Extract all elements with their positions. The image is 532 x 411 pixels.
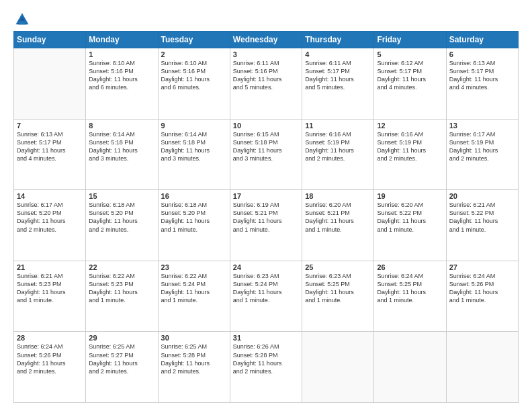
day-number: 28 [17,334,83,342]
col-header-friday: Friday [374,32,446,48]
day-number: 27 [449,263,515,271]
calendar-cell [374,332,446,403]
cell-info: Sunrise: 6:14 AM Sunset: 5:18 PM Dayligh… [161,130,227,163]
day-number: 8 [89,122,154,130]
calendar-cell: 8Sunrise: 6:14 AM Sunset: 5:18 PM Daylig… [86,119,158,190]
calendar-cell: 2Sunrise: 6:10 AM Sunset: 5:16 PM Daylig… [158,48,230,120]
col-header-tuesday: Tuesday [158,32,230,48]
calendar-cell: 24Sunrise: 6:23 AM Sunset: 5:24 PM Dayli… [230,261,302,332]
week-row-1: 1Sunrise: 6:10 AM Sunset: 5:16 PM Daylig… [14,48,519,120]
calendar-cell: 15Sunrise: 6:18 AM Sunset: 5:20 PM Dayli… [86,190,158,261]
calendar-cell: 10Sunrise: 6:15 AM Sunset: 5:18 PM Dayli… [230,119,302,190]
calendar-cell: 27Sunrise: 6:24 AM Sunset: 5:26 PM Dayli… [446,261,518,332]
day-number: 13 [449,122,515,130]
calendar-cell: 6Sunrise: 6:13 AM Sunset: 5:17 PM Daylig… [446,48,518,120]
cell-info: Sunrise: 6:21 AM Sunset: 5:22 PM Dayligh… [449,201,515,234]
header [13,12,519,27]
cell-info: Sunrise: 6:12 AM Sunset: 5:17 PM Dayligh… [377,59,443,92]
calendar-cell: 16Sunrise: 6:18 AM Sunset: 5:20 PM Dayli… [158,190,230,261]
cell-info: Sunrise: 6:13 AM Sunset: 5:17 PM Dayligh… [449,59,515,92]
cell-info: Sunrise: 6:10 AM Sunset: 5:16 PM Dayligh… [161,59,227,92]
day-number: 29 [89,334,154,342]
calendar-header-row: SundayMondayTuesdayWednesdayThursdayFrid… [14,32,519,48]
cell-info: Sunrise: 6:14 AM Sunset: 5:18 PM Dayligh… [89,130,154,163]
day-number: 19 [377,192,443,200]
cell-info: Sunrise: 6:19 AM Sunset: 5:21 PM Dayligh… [233,201,299,234]
cell-info: Sunrise: 6:16 AM Sunset: 5:19 PM Dayligh… [377,130,443,163]
calendar-cell: 9Sunrise: 6:14 AM Sunset: 5:18 PM Daylig… [158,119,230,190]
calendar-cell [446,332,518,403]
day-number: 4 [305,50,371,58]
cell-info: Sunrise: 6:23 AM Sunset: 5:25 PM Dayligh… [305,272,371,305]
week-row-5: 28Sunrise: 6:24 AM Sunset: 5:26 PM Dayli… [14,332,519,403]
calendar-cell [14,48,86,120]
week-row-2: 7Sunrise: 6:13 AM Sunset: 5:17 PM Daylig… [14,119,519,190]
calendar-cell [302,332,374,403]
calendar-cell: 13Sunrise: 6:17 AM Sunset: 5:19 PM Dayli… [446,119,518,190]
col-header-monday: Monday [86,32,158,48]
cell-info: Sunrise: 6:16 AM Sunset: 5:19 PM Dayligh… [305,130,371,163]
day-number: 10 [233,122,299,130]
calendar-cell: 20Sunrise: 6:21 AM Sunset: 5:22 PM Dayli… [446,190,518,261]
day-number: 3 [233,50,299,58]
cell-info: Sunrise: 6:24 AM Sunset: 5:25 PM Dayligh… [377,272,443,305]
calendar-cell: 28Sunrise: 6:24 AM Sunset: 5:26 PM Dayli… [14,332,86,403]
calendar-cell: 25Sunrise: 6:23 AM Sunset: 5:25 PM Dayli… [302,261,374,332]
svg-rect-2 [19,21,26,24]
cell-info: Sunrise: 6:24 AM Sunset: 5:26 PM Dayligh… [449,272,515,305]
cell-info: Sunrise: 6:23 AM Sunset: 5:24 PM Dayligh… [233,272,299,305]
day-number: 14 [17,192,83,200]
cell-info: Sunrise: 6:25 AM Sunset: 5:28 PM Dayligh… [161,342,227,375]
day-number: 20 [449,192,515,200]
day-number: 11 [305,122,371,130]
day-number: 5 [377,50,443,58]
day-number: 2 [161,50,227,58]
calendar-cell: 14Sunrise: 6:17 AM Sunset: 5:20 PM Dayli… [14,190,86,261]
col-header-wednesday: Wednesday [230,32,302,48]
calendar-cell: 31Sunrise: 6:26 AM Sunset: 5:28 PM Dayli… [230,332,302,403]
day-number: 17 [233,192,299,200]
cell-info: Sunrise: 6:26 AM Sunset: 5:28 PM Dayligh… [233,342,299,375]
cell-info: Sunrise: 6:20 AM Sunset: 5:21 PM Dayligh… [305,201,371,234]
col-header-thursday: Thursday [302,32,374,48]
cell-info: Sunrise: 6:11 AM Sunset: 5:17 PM Dayligh… [305,59,371,92]
day-number: 6 [449,50,515,58]
calendar-cell: 23Sunrise: 6:22 AM Sunset: 5:24 PM Dayli… [158,261,230,332]
col-header-sunday: Sunday [14,32,86,48]
calendar-cell: 21Sunrise: 6:21 AM Sunset: 5:23 PM Dayli… [14,261,86,332]
calendar-cell: 17Sunrise: 6:19 AM Sunset: 5:21 PM Dayli… [230,190,302,261]
day-number: 24 [233,263,299,271]
calendar-cell: 7Sunrise: 6:13 AM Sunset: 5:17 PM Daylig… [14,119,86,190]
day-number: 18 [305,192,371,200]
day-number: 1 [89,50,154,58]
cell-info: Sunrise: 6:17 AM Sunset: 5:19 PM Dayligh… [449,130,515,163]
cell-info: Sunrise: 6:21 AM Sunset: 5:23 PM Dayligh… [17,272,83,305]
day-number: 12 [377,122,443,130]
calendar-cell: 30Sunrise: 6:25 AM Sunset: 5:28 PM Dayli… [158,332,230,403]
week-row-3: 14Sunrise: 6:17 AM Sunset: 5:20 PM Dayli… [14,190,519,261]
day-number: 21 [17,263,83,271]
cell-info: Sunrise: 6:15 AM Sunset: 5:18 PM Dayligh… [233,130,299,163]
logo [13,12,31,27]
col-header-saturday: Saturday [446,32,518,48]
calendar-cell: 12Sunrise: 6:16 AM Sunset: 5:19 PM Dayli… [374,119,446,190]
calendar-cell: 11Sunrise: 6:16 AM Sunset: 5:19 PM Dayli… [302,119,374,190]
day-number: 26 [377,263,443,271]
cell-info: Sunrise: 6:11 AM Sunset: 5:16 PM Dayligh… [233,59,299,92]
cell-info: Sunrise: 6:13 AM Sunset: 5:17 PM Dayligh… [17,130,83,163]
page: SundayMondayTuesdayWednesdayThursdayFrid… [0,0,532,411]
calendar-cell: 1Sunrise: 6:10 AM Sunset: 5:16 PM Daylig… [86,48,158,120]
cell-info: Sunrise: 6:25 AM Sunset: 5:27 PM Dayligh… [89,342,154,375]
day-number: 31 [233,334,299,342]
day-number: 30 [161,334,227,342]
cell-info: Sunrise: 6:17 AM Sunset: 5:20 PM Dayligh… [17,201,83,234]
day-number: 25 [305,263,371,271]
calendar-cell: 29Sunrise: 6:25 AM Sunset: 5:27 PM Dayli… [86,332,158,403]
calendar-cell: 19Sunrise: 6:20 AM Sunset: 5:22 PM Dayli… [374,190,446,261]
calendar-cell: 3Sunrise: 6:11 AM Sunset: 5:16 PM Daylig… [230,48,302,120]
calendar-cell: 18Sunrise: 6:20 AM Sunset: 5:21 PM Dayli… [302,190,374,261]
cell-info: Sunrise: 6:10 AM Sunset: 5:16 PM Dayligh… [89,59,154,92]
week-row-4: 21Sunrise: 6:21 AM Sunset: 5:23 PM Dayli… [14,261,519,332]
cell-info: Sunrise: 6:22 AM Sunset: 5:23 PM Dayligh… [89,272,154,305]
cell-info: Sunrise: 6:20 AM Sunset: 5:22 PM Dayligh… [377,201,443,234]
